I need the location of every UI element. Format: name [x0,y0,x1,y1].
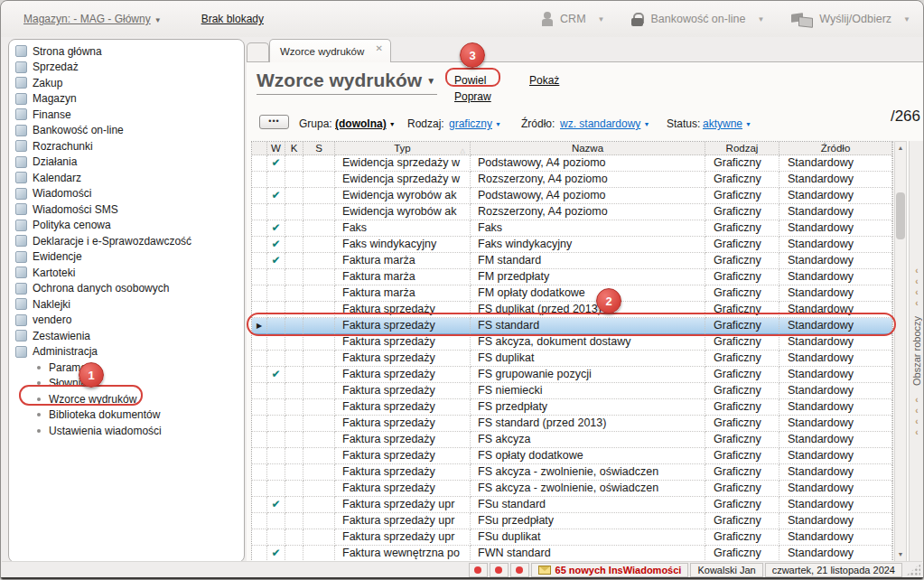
col-header-rodzaj[interactable]: Rodzaj [705,142,779,155]
table-row[interactable]: Faktura marżaFM opłaty dodatkoweGraficzn… [252,285,892,302]
table-row[interactable]: Faktura sprzedażyFS akcyza - zwolnienie,… [252,464,892,481]
sidebar-item-finanse[interactable]: Finanse [9,107,244,123]
table-row[interactable]: Faktura sprzedaży uprFSu duplikatGraficz… [252,529,892,546]
status-filter-value[interactable]: aktywne▼ [703,117,751,130]
workspace-panel-toggle[interactable]: ‹ ‹ ‹ ‹ Obszar roboczy ‹ ‹ ‹ ‹ [909,141,924,562]
ins-messages-button[interactable]: 65 nowych InsWiadomości [531,563,689,577]
col-header-zrodlo[interactable]: Źródło [779,142,892,155]
popraw-link[interactable]: Popraw [454,90,491,103]
sidebar-item-label: Parametry [49,361,98,374]
zrodlo-filter-value[interactable]: wz. standardowy▼ [560,117,649,130]
table-row[interactable]: Faktura sprzedaży uprFSu przedpłatyGrafi… [252,513,892,529]
current-date[interactable]: czwartek, 21 listopada 2024 [765,563,902,577]
sidebar-item-wzorce-wydrukow[interactable]: Wzorce wydruków [9,391,244,407]
sidebar-item-vendero[interactable]: vendero [9,313,244,329]
sidebar-item-bankowosc-on-line[interactable]: Bankowość on-line [9,123,244,139]
table-row[interactable]: Faktura sprzedażyFS akcyza, dokument dos… [252,334,892,351]
page-title[interactable]: Wzorce wydruków▼ [257,70,437,95]
table-row[interactable]: Faktura sprzedażyFS niemieckiGraficznySt… [252,383,892,399]
sidebar-item-biblioteka-dokumentow[interactable]: Biblioteka dokumentów [9,407,244,424]
tab-wzorce-wydrukow[interactable]: Wzorce wydruków ✕ [269,39,391,62]
rodzaj-filter-value[interactable]: graficzny▼ [449,117,501,130]
send-receive-button[interactable]: Wyślij/Odbierz ▼ [791,13,910,26]
powiel-link[interactable]: Powiel [454,74,486,87]
status-indicator[interactable] [510,563,529,577]
sidebar-item-ustawienia-wiadomosci[interactable]: Ustawienia wiadomości [9,423,244,439]
sidebar-item-strona-glowna[interactable]: Strona główna [9,43,244,60]
sidebar-item-ewidencje[interactable]: Ewidencje [9,249,244,266]
table-row[interactable]: Faktura sprzedażyFS przedpłatyGraficznyS… [252,399,892,416]
sidebar-item-parametry[interactable]: Parametry [9,360,244,376]
lock-status-link[interactable]: Brak blokady [201,13,264,25]
status-indicator[interactable] [469,563,488,577]
close-icon[interactable]: ✕ [376,43,383,53]
col-header-typ[interactable]: Typ△ [335,142,471,155]
table-row[interactable]: Faktura sprzedażyFS opłaty dodatkoweGraf… [252,448,892,464]
warehouse-selector[interactable]: Magazyn: - MAG - Główny▼ [23,13,162,25]
cell-s [303,334,335,351]
sidebar-item-dzialania[interactable]: Działania [9,154,244,171]
cell-s [303,399,335,416]
table-row-selected[interactable]: ▶Faktura sprzedażyFS standardGraficznySt… [252,318,892,334]
scrollbar-thumb[interactable] [896,192,905,239]
table-row[interactable]: ✔Faktura wewnętrzna poFWN standardGrafic… [252,546,892,562]
sidebar-item-deklaracje[interactable]: Deklaracje i e-Sprawozdawczość [9,233,244,249]
col-header-k[interactable]: K [285,142,303,155]
tab-stub[interactable] [247,42,269,61]
bullet-icon [37,413,41,416]
table-row[interactable]: Faktura sprzedażyFS standard (przed 2013… [252,416,892,432]
table-row[interactable]: ✔Ewidencja sprzedaży wPodstawowy, A4 poz… [252,155,892,172]
table-row[interactable]: Faktura sprzedażyFS akcyzaGraficznyStand… [252,432,892,448]
cell-zrodlo: Standardowy [779,432,892,448]
grupa-filter-value[interactable]: (dowolna)▼ [335,117,396,130]
sidebar-item-polityka-cenowa[interactable]: Polityka cenowa [9,218,244,234]
sidebar-item-sprzedaz[interactable]: Sprzedaż [9,60,244,76]
cell-w-check: ✔ [267,546,285,562]
sidebar-item-zestawienia[interactable]: Zestawienia [9,328,244,344]
tab-label: Wzorce wydruków [280,46,376,57]
more-filters-button[interactable]: ••• [259,115,289,129]
table-row[interactable]: ✔Faktura sprzedażyFS grupowanie pozycjiG… [252,367,892,383]
cell-w-check [267,302,285,318]
sidebar-item-wiadomosci[interactable]: Wiadomości [9,186,244,202]
cell-typ: Faktura sprzedaży [335,416,471,432]
table-row[interactable]: ✔Faktura marżaFM standardGraficznyStanda… [252,253,892,269]
sidebar-item-naklejki[interactable]: Naklejki [9,296,244,313]
current-user[interactable]: Kowalski Jan [690,563,762,577]
table-row[interactable]: Faktura sprzedażyFS duplikat (przed 2013… [252,302,892,318]
table-row[interactable]: Faktura marżaFM przedpłatyGraficznyStand… [252,269,892,285]
scroll-down-icon[interactable]: ▼ [895,548,906,561]
sidebar-item-slowniki[interactable]: Słowniki [9,376,244,392]
sidebar-item-ochrona-danych-osobowych[interactable]: Ochrona danych osobowych [9,281,244,297]
table-row[interactable]: ✔Faks windykacyjnyFaks windykacyjnyGrafi… [252,237,892,253]
vertical-scrollbar[interactable]: ▲ ▼ [894,141,907,562]
table-row[interactable]: ✔FaksFaksGraficznyStandardowy [252,220,892,237]
crm-button[interactable]: CRM ▼ [542,12,604,26]
table-row[interactable]: Ewidencja wyrobów akRozszerzony, A4 pozi… [252,204,892,220]
sidebar-item-zakup[interactable]: Zakup [9,75,244,91]
banking-online-button[interactable]: Bankowość on-line ▼ [631,13,764,26]
sidebar-item-label: Wiadomości [33,187,91,200]
sidebar-item-rozrachunki[interactable]: Rozrachunki [9,138,244,154]
col-header-s[interactable]: S [303,142,335,155]
sidebar-item-kalendarz[interactable]: Kalendarz [9,170,244,186]
table-row[interactable]: Faktura sprzedażyFS akcyza - zwolnienie,… [252,481,892,497]
scroll-up-icon[interactable]: ▲ [895,142,906,154]
status-indicator[interactable] [490,563,509,577]
table-row[interactable]: ✔Ewidencja wyrobów akPodstawowy, A4 pozi… [252,188,892,204]
sidebar-item-magazyn[interactable]: Magazyn [9,91,244,108]
cell-k [285,529,303,546]
table-row[interactable]: ✔Faktura sprzedaży uprFSu standardGrafic… [252,497,892,513]
col-header-nazwa[interactable]: Nazwa [471,142,705,155]
sidebar-item-administracja[interactable]: Administracja [9,344,244,360]
pokaz-link[interactable]: Pokaż [529,74,559,87]
top-actions: CRM ▼ Bankowość on-line ▼ Wyślij/Odbierz… [542,12,910,26]
sidebar-item-kartoteki[interactable]: Kartoteki [9,265,244,281]
col-header-indicator[interactable] [252,142,267,155]
cell-rodzaj: Graficzny [705,416,779,432]
sidebar-item-wiadomosci-sms[interactable]: Wiadomości SMS [9,201,244,218]
col-header-w[interactable]: W [267,142,285,155]
table-row[interactable]: Faktura sprzedażyFS duplikatGraficznySta… [252,351,892,367]
resize-grip[interactable] [906,564,920,576]
table-row[interactable]: Ewidencja sprzedaży wRozszerzony, A4 poz… [252,172,892,188]
